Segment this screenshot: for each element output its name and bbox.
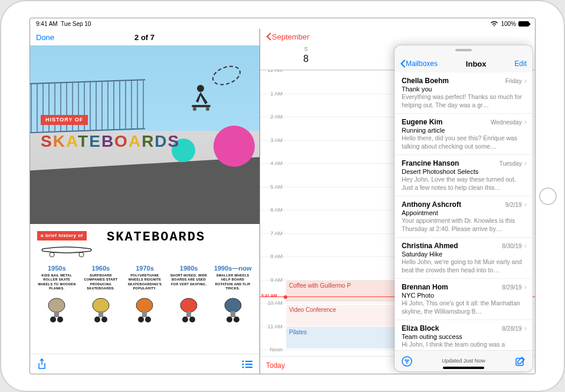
svg-point-3 [206, 107, 209, 111]
hour-label: 4 AM [260, 161, 286, 184]
decade-text: SHORT-NOSED, WIDE BOARDS ARE USED FOR VE… [169, 274, 209, 286]
filter-icon[interactable] [402, 356, 412, 367]
message-subject: Appointment [402, 209, 527, 216]
message-date: Tuesday [500, 160, 522, 167]
mailboxes-back-button[interactable]: Mailboxes [400, 60, 438, 68]
message-preview: Hi John, This one's got it all: the Manh… [402, 299, 527, 315]
skateboard-sketch [37, 242, 96, 259]
wifi-icon [490, 21, 498, 27]
status-date: Tue Sep 10 [61, 21, 91, 27]
status-bar: 9:41 AM Tue Sep 10 100% [30, 18, 535, 29]
message-subject: Saturday Hike [402, 251, 527, 258]
svg-point-12 [94, 317, 100, 322]
svg-rect-31 [245, 367, 252, 368]
book-content[interactable]: HISTORY OF SKATEBOARDS a brief history o… [30, 45, 259, 354]
chevron-right-icon: › [524, 200, 527, 209]
svg-point-25 [234, 317, 239, 322]
svg-rect-19 [186, 311, 191, 317]
skateboards-heading: SKATEBOARDS [107, 231, 205, 244]
message-subject: Thank you [402, 85, 527, 93]
decade-year: 1950s [37, 265, 77, 272]
hour-label: 6 AM [260, 207, 286, 230]
mail-message[interactable]: Christina Ahmed8/30/19›Saturday HikeHell… [395, 238, 533, 279]
hour-label: 5 AM [260, 185, 286, 207]
svg-point-0 [197, 85, 204, 92]
message-list[interactable]: Chella BoehmFriday›Thank youEverything w… [395, 73, 533, 350]
books-toolbar: Done 2 of 7 [30, 29, 259, 45]
screen: 9:41 AM Tue Sep 10 100% Done 2 of 7 HIST… [29, 18, 536, 374]
mail-message[interactable]: Eliza Block8/28/19›Team outing successHi… [395, 320, 533, 350]
mail-message[interactable]: Francine HansonTuesday›Desert Photoshoot… [395, 155, 533, 196]
today-button[interactable]: Today [266, 361, 285, 370]
hour-label: 7 AM [260, 231, 286, 254]
message-from: Brennan Hom [402, 283, 502, 291]
message-subject: Team outing success [402, 333, 527, 340]
skateboard-illustration [37, 295, 77, 325]
svg-point-24 [226, 317, 232, 322]
history-of-tag: HISTORY OF [41, 115, 88, 125]
compose-icon[interactable] [515, 356, 525, 367]
mail-slideover[interactable]: Mailboxes Inbox Edit Chella BoehmFriday›… [395, 45, 533, 371]
mail-nav-bar: Mailboxes Inbox Edit [395, 55, 533, 73]
edit-button[interactable]: Edit [514, 60, 527, 68]
mail-message[interactable]: Chella BoehmFriday›Thank youEverything w… [395, 73, 533, 114]
svg-rect-11 [98, 311, 103, 317]
message-preview: Hello John, we're going to hit Muir earl… [402, 258, 527, 274]
decade-year: 1990s—now [213, 265, 252, 272]
message-from: Eugene Kim [402, 118, 491, 126]
ipad-frame: 9:41 AM Tue Sep 10 100% Done 2 of 7 HIST… [0, 0, 565, 392]
svg-point-10 [93, 298, 109, 312]
skateboard-illustration [81, 295, 121, 325]
svg-point-28 [242, 363, 244, 365]
svg-point-22 [225, 298, 241, 312]
decade-text: KIDS NAIL METAL ROLLER SKATE WHEELS TO W… [37, 274, 77, 291]
decade-item: 1970sPOLYURETHANE WHEELS REIGNITE SKATEB… [125, 265, 165, 291]
svg-point-18 [180, 298, 197, 312]
mail-message[interactable]: Brennan Hom8/29/19›NYC PhotoHi John, Thi… [395, 279, 533, 320]
svg-point-9 [57, 317, 63, 322]
svg-point-30 [242, 366, 244, 368]
inbox-title: Inbox [438, 60, 514, 68]
svg-point-13 [101, 317, 107, 322]
hour-label: 12 AM [260, 70, 286, 91]
weekday-label: S [260, 47, 352, 52]
svg-rect-15 [142, 311, 147, 317]
svg-point-21 [189, 317, 195, 322]
svg-point-5 [79, 252, 84, 257]
home-button[interactable] [539, 187, 557, 205]
svg-point-26 [242, 360, 244, 362]
message-preview: Everything was perfect! Thanks so much f… [402, 93, 527, 108]
message-from: Chella Boehm [402, 77, 505, 85]
home-indicator[interactable] [443, 367, 484, 369]
chevron-right-icon: › [524, 117, 527, 126]
mail-bottom-toolbar: Updated Just Now [395, 350, 533, 371]
updated-label: Updated Just Now [412, 358, 515, 364]
message-subject: Desert Photoshoot Selects [402, 168, 527, 175]
decade-text: SMALLER WHEELS HELP BOARD ROTATION AND F… [213, 274, 252, 291]
skateboard-illustration [125, 295, 165, 325]
svg-point-8 [50, 317, 56, 322]
decade-item: 1960sSURFBOARD COMPANIES START PRODUCING… [81, 265, 121, 291]
svg-point-4 [50, 252, 54, 257]
mail-message[interactable]: Anthony Ashcroft9/2/19›AppointmentYour a… [395, 196, 533, 238]
message-subject: Running article [402, 127, 527, 134]
skateboard-illustration [213, 295, 252, 325]
svg-point-16 [138, 317, 144, 322]
mail-message[interactable]: Eugene KimWednesday›Running articleHello… [395, 114, 533, 155]
toc-icon[interactable] [242, 360, 252, 368]
hour-label: 11 AM [260, 324, 286, 347]
svg-point-14 [136, 298, 153, 312]
message-preview: Hey John, Love the way these turned out.… [402, 176, 527, 191]
share-icon[interactable] [37, 358, 47, 370]
message-date: 8/28/19 [502, 325, 521, 332]
svg-point-2 [193, 107, 196, 111]
book-page-1: HISTORY OF SKATEBOARDS [30, 45, 259, 224]
slideover-grabber[interactable] [395, 45, 533, 55]
svg-point-17 [145, 317, 151, 322]
message-from: Christina Ahmed [402, 242, 502, 250]
day-column[interactable]: S8 [260, 44, 352, 70]
decade-year: 1970s [125, 265, 165, 272]
back-to-month-button[interactable]: September [266, 32, 310, 41]
book-page-2: a brief history of SKATEBOARDS 1950sKIDS… [30, 224, 259, 354]
done-button[interactable]: Done [36, 33, 54, 42]
